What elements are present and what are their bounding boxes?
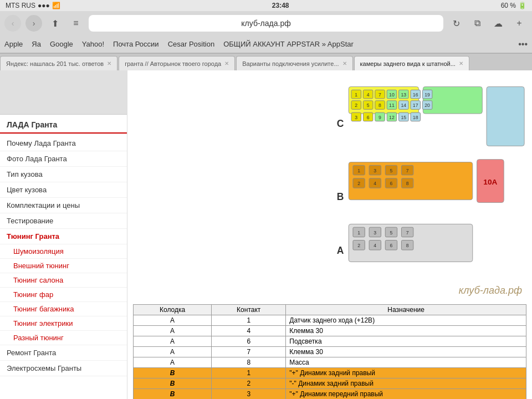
cell-naznachenie: Масса: [286, 357, 526, 368]
svg-text:A: A: [337, 245, 344, 256]
bookmarks-more-button[interactable]: •••: [518, 39, 528, 49]
status-bar-right: 60 % 🔋: [501, 2, 526, 9]
sidebar-section-tyuning[interactable]: Тюнинг Гранта: [0, 229, 127, 244]
sidebar-sub-shumoisolyatsiya[interactable]: Шумоизоляция: [0, 244, 127, 259]
tab-varianty[interactable]: Варианты подключения усилите... ✕: [236, 56, 352, 70]
battery-text: 60 %: [501, 2, 516, 9]
bookmark-yahoo[interactable]: Yahoo!: [82, 40, 104, 48]
sidebar-item-foto[interactable]: Фото Лада Гранта: [0, 151, 127, 167]
bookmark-apple[interactable]: Apple: [4, 40, 23, 48]
url-bar[interactable]: клуб-лада.рф: [89, 15, 443, 32]
refresh-button[interactable]: ↻: [448, 15, 464, 32]
tab-close-icon[interactable]: ✕: [107, 60, 111, 66]
forward-button[interactable]: ›: [25, 15, 42, 32]
sidebar-sub-fary[interactable]: Тюнинг фар: [0, 288, 127, 302]
cell-naznachenie: "+" Динамик передний правый: [286, 389, 526, 399]
cell-kolodka: A: [134, 326, 212, 336]
status-bar-left: MTS RUS ●●● 📶: [6, 2, 60, 9]
svg-text:5: 5: [390, 230, 393, 236]
sidebar-item-testirovanie[interactable]: Тестирование: [0, 213, 127, 229]
svg-text:20: 20: [424, 103, 430, 108]
tab-close-icon[interactable]: ✕: [224, 60, 229, 66]
cell-kolodka: A: [134, 336, 212, 347]
sidebar-sub-salon[interactable]: Тюнинг салона: [0, 273, 127, 288]
sidebar-item-remont[interactable]: Ремонт Гранта: [0, 345, 127, 361]
svg-text:3: 3: [374, 230, 376, 236]
table-row: A6Подсветка: [134, 336, 526, 347]
bookmarks-bar: Apple Яa Google Yahoo! Почта России Cesa…: [0, 35, 532, 53]
table-row: A7Клемма 30: [134, 347, 526, 357]
svg-text:3: 3: [374, 168, 376, 173]
sidebar-image: [0, 70, 127, 115]
cell-naznachenie: "+" Динамик задний правый: [286, 368, 526, 378]
bookmark-pochta[interactable]: Почта России: [113, 40, 159, 48]
cell-kolodka: B: [134, 368, 212, 378]
new-tab-button[interactable]: +: [511, 15, 528, 32]
cell-kontakt: 8: [212, 357, 286, 368]
sidebar-item-pochemu[interactable]: Почему Лада Гранта: [0, 136, 127, 151]
svg-text:14: 14: [401, 103, 406, 108]
cell-kolodka: A: [134, 347, 212, 357]
svg-text:17: 17: [413, 103, 418, 108]
svg-text:10A: 10A: [483, 178, 497, 186]
tab-granta[interactable]: гранта // Авторынок твоего города ✕: [119, 56, 235, 70]
cell-kontakt: 2: [212, 378, 286, 389]
connector-diagram: C B A 1 4 7 10: [332, 76, 526, 299]
svg-text:16: 16: [413, 92, 418, 98]
cell-kontakt: 6: [212, 336, 286, 347]
hamburger-button[interactable]: ≡: [68, 15, 84, 32]
tab-close-icon[interactable]: ✕: [459, 60, 463, 66]
browser-chrome: ‹ › ⬆ ≡ клуб-лада.рф ↻ ⧉ ☁ + Apple Яa Go…: [0, 11, 532, 54]
cell-kolodka: B: [134, 389, 212, 399]
svg-text:1: 1: [355, 92, 357, 98]
svg-text:7: 7: [406, 168, 409, 173]
sidebar-sub-elektrika[interactable]: Тюнинг электрики: [0, 316, 127, 331]
sidebar-item-elektroskhemy[interactable]: Электросхемы Гранты: [0, 361, 127, 376]
table-row: A1Датчик заднего хода (+12В): [134, 315, 526, 326]
col-header-kontakt: Контакт: [212, 305, 286, 315]
svg-text:2: 2: [357, 181, 360, 186]
svg-rect-5: [487, 86, 524, 146]
cell-naznachenie: Подсветка: [286, 336, 526, 347]
wifi-icon: 📶: [52, 2, 60, 9]
share-button[interactable]: ⬆: [47, 15, 63, 32]
bookmark-ya[interactable]: Яa: [32, 40, 41, 48]
cell-naznachenie: Клемма 30: [286, 347, 526, 357]
tab-yandex[interactable]: Яндекс: нашлась 201 тыс. ответов ✕: [0, 56, 117, 70]
bookmark-cesar[interactable]: Cesar Position: [168, 40, 215, 48]
col-header-naznachenie: Назначение: [286, 305, 526, 315]
cell-kontakt: 4: [212, 326, 286, 336]
cell-kolodka: A: [134, 357, 212, 368]
sidebar-item-tip[interactable]: Тип кузова: [0, 167, 127, 182]
svg-text:8: 8: [378, 103, 381, 108]
sidebar-sub-razny[interactable]: Разный тюнинг: [0, 331, 127, 345]
bookmark-google[interactable]: Google: [50, 40, 73, 48]
sidebar-sub-bagazhnik[interactable]: Тюнинг багажника: [0, 302, 127, 316]
svg-text:4: 4: [374, 181, 376, 186]
svg-text:8: 8: [406, 181, 409, 186]
svg-text:11: 11: [389, 103, 395, 108]
tabs-button[interactable]: ⧉: [469, 15, 485, 32]
status-time: 23:48: [272, 2, 289, 9]
icloud-button[interactable]: ☁: [490, 15, 507, 32]
sidebar-sub-vneshny[interactable]: Внешний тюнинг: [0, 259, 127, 273]
svg-text:18: 18: [413, 115, 418, 120]
svg-text:C: C: [337, 118, 344, 129]
svg-text:4: 4: [374, 243, 376, 248]
tabs-bar: Яндекс: нашлась 201 тыс. ответов ✕ грант…: [0, 54, 532, 70]
sidebar: ЛАДА Гранта Почему Лада Гранта Фото Лада…: [0, 70, 127, 399]
tab-close-icon[interactable]: ✕: [342, 60, 347, 66]
sidebar-title: ЛАДА Гранта: [0, 115, 127, 134]
bookmark-appstar[interactable]: ОБЩИЙ АККАУНТ APPSTAR » AppStar: [223, 40, 354, 48]
watermark: клуб-лада.рф: [332, 283, 526, 299]
svg-text:5: 5: [390, 168, 393, 173]
back-button[interactable]: ‹: [4, 15, 21, 32]
sidebar-item-komplektatsii[interactable]: Комплектации и цены: [0, 198, 127, 213]
table-row: B2"-" Динамик задний правый: [134, 378, 526, 389]
main-content: C B A 1 4 7 10: [127, 70, 532, 399]
url-text: клуб-лада.рф: [241, 19, 290, 28]
cell-kontakt: 7: [212, 347, 286, 357]
tab-camera[interactable]: камеры заднего вида к штатной... ✕: [354, 56, 469, 70]
sidebar-item-tsvet[interactable]: Цвет кузова: [0, 182, 127, 198]
svg-text:10: 10: [389, 92, 395, 98]
